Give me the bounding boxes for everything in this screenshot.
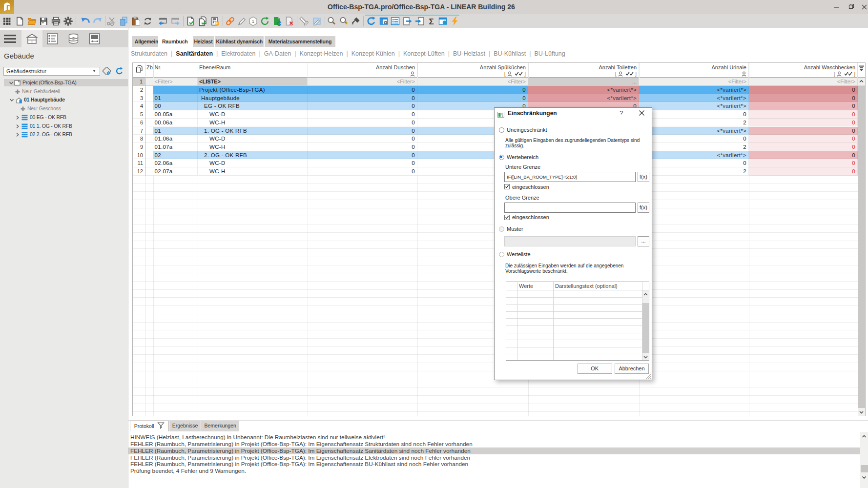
svg-text:1: 1: [252, 19, 254, 24]
svg-text:Σ: Σ: [429, 17, 434, 26]
